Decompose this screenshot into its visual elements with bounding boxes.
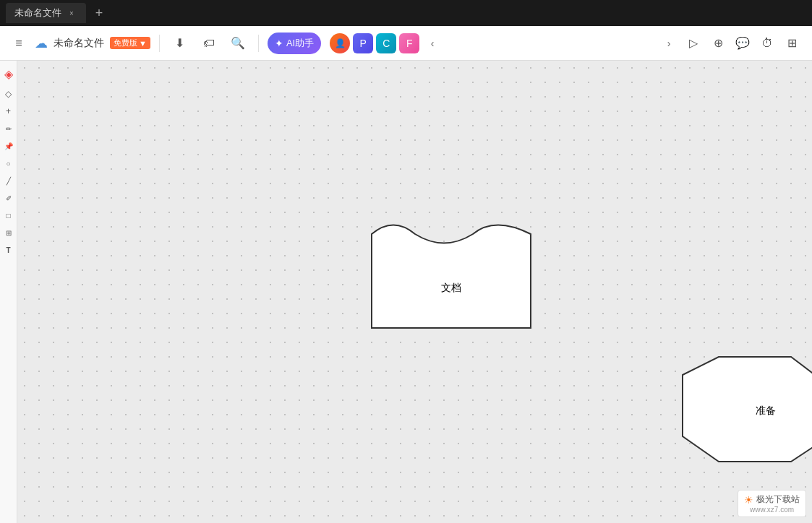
new-tab-btn[interactable]: + [89,3,109,23]
ai-assistant-btn[interactable]: ✦ AI助手 [268,33,321,54]
tool-lasso[interactable]: ○ [1,156,16,170]
menu-btn[interactable]: ≡ [9,33,29,53]
watermark-box: ☀ 极光下载站 www.xz7.com [738,490,806,517]
free-badge-label: 免费版 [114,38,137,48]
toolbar-left: ≡ ☁ 未命名文件 免费版 ▼ ⬇ 🏷 🔍 ✦ AI助手 👤 P C F ‹ [9,32,443,55]
tool-logo[interactable]: ◈ [1,66,16,81]
tool-connector[interactable]: ╱ [1,173,16,188]
plugin-collapse-btn[interactable]: ‹ [422,33,443,53]
active-tab[interactable]: 未命名文件 × [6,3,86,23]
tool-pencil[interactable]: ✐ [1,191,16,205]
toolbar: ≡ ☁ 未命名文件 免费版 ▼ ⬇ 🏷 🔍 ✦ AI助手 👤 P C F ‹ [0,26,812,61]
doc-shape-label: 文档 [441,282,461,293]
tag-icon: 🏷 [203,37,215,50]
tool-text[interactable]: T [1,243,16,257]
tool-crosshair[interactable]: + [1,104,16,118]
watermark-site: 极光下载站 [756,493,800,506]
title-bar-right [725,0,812,26]
plugin-f-btn[interactable]: F [399,33,419,53]
cursor-btn[interactable]: ⊕ [706,32,730,55]
right-toolbar-icons: ▷ ⊕ 💬 ⏱ ⊞ [682,32,803,55]
shape-container: 文档 准备 [17,61,812,523]
tool-sticky[interactable]: 📌 [1,139,16,153]
play-btn[interactable]: ▷ [682,32,705,55]
ai-star-icon: ✦ [275,38,283,49]
plugin-icons: 👤 P C F ‹ [330,33,443,53]
cloud-icon: ☁ [35,35,48,51]
timer-btn[interactable]: ⏱ [756,32,779,55]
left-sidebar: ◈ ◇ + ✏ 📌 ○ ╱ ✐ □ ⊞ T [0,61,17,523]
tool-table[interactable]: ⊞ [1,225,16,240]
doc-shape[interactable]: 文档 [372,225,531,329]
prepare-shape[interactable]: 准备 [683,357,812,462]
expand-right-btn[interactable]: › [659,33,679,53]
tool-pen[interactable]: ✏ [1,121,16,136]
search-btn[interactable]: 🔍 [226,32,249,55]
layout-btn[interactable]: ⊞ [780,32,803,55]
comment-btn[interactable]: 💬 [731,32,754,55]
badge-arrow-icon: ▼ [139,39,147,48]
plugin-p-btn[interactable]: P [353,33,373,53]
plugin-avatar-1[interactable]: 👤 [330,33,350,53]
doc-name[interactable]: 未命名文件 [54,37,104,50]
canvas-area[interactable]: 文档 准备 ☀ 极光下载站 www.xz7.com [17,61,812,523]
title-bar: 未命名文件 × + [0,0,812,26]
search-icon: 🔍 [231,36,245,50]
prepare-shape-label: 准备 [756,405,776,416]
tab-area: 未命名文件 × + [6,0,109,26]
tag-btn[interactable]: 🏷 [197,32,221,55]
svg-marker-0 [683,357,812,462]
main-area: ◈ ◇ + ✏ 📌 ○ ╱ ✐ □ ⊞ T 文档 准备 [0,61,812,523]
canvas-svg: 文档 准备 [17,61,812,523]
watermark-url: www.xz7.com [744,506,800,514]
tab-label: 未命名文件 [14,7,61,20]
toolbar-divider-2 [258,35,259,52]
tool-shapes[interactable]: □ [1,208,16,222]
toolbar-right: › ▷ ⊕ 💬 ⏱ ⊞ [659,32,803,55]
ai-label: AI助手 [286,37,314,50]
tab-close-btn[interactable]: × [66,7,77,19]
toolbar-divider-1 [159,35,160,52]
download-icon: ⬇ [175,36,184,50]
download-btn[interactable]: ⬇ [168,32,192,55]
free-badge[interactable]: 免费版 ▼ [110,37,150,49]
tool-select[interactable]: ◇ [1,87,16,101]
plugin-c-btn[interactable]: C [376,33,396,53]
watermark: ☀ 极光下载站 www.xz7.com [738,490,806,517]
